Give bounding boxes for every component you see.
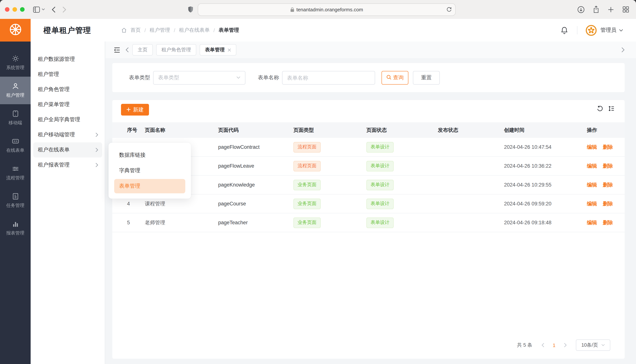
flyout-item-label: 数据库链接 xyxy=(119,152,146,158)
main-content: 主页 租户角色管理 表单管理 表单类型 表单类型 xyxy=(105,42,636,364)
header-right: 管理员 xyxy=(561,25,636,36)
breadcrumb-home[interactable]: 首页 xyxy=(130,27,141,34)
refresh-icon[interactable] xyxy=(597,105,603,112)
cell-created-time: 2024-04-26 09:59:20 xyxy=(504,201,587,206)
submenu-item-menu[interactable]: 租户菜单管理 xyxy=(33,97,102,112)
submenu-item-label: 租户数据源管理 xyxy=(38,56,75,63)
forward-button[interactable] xyxy=(62,6,66,13)
next-page-icon[interactable] xyxy=(564,343,567,348)
submenu-item-label: 租户管理 xyxy=(38,71,59,78)
table-row: 5 老师管理 pageTeacher 业务页面 表单设计 2024-04-26 … xyxy=(112,213,625,232)
mobile-icon xyxy=(12,110,19,118)
sidebar-item-system[interactable]: 系统管理 xyxy=(0,49,31,77)
sidebar-item-mobile[interactable]: 移动端 xyxy=(0,104,31,132)
edit-link[interactable]: 编辑 xyxy=(587,144,597,150)
plus-icon xyxy=(126,107,131,113)
form-name-input[interactable] xyxy=(282,71,375,84)
sidebar-item-workflow[interactable]: 流程管理 xyxy=(0,159,31,187)
edit-link[interactable]: 编辑 xyxy=(587,182,597,188)
app-header: 橙单租户管理 首页 / 租户管理 / 租户在线表单 / 表单管理 管理员 xyxy=(31,19,636,42)
avatar[interactable] xyxy=(586,25,597,36)
page-status-badge: 表单设计 xyxy=(366,180,394,190)
zoom-window-button[interactable] xyxy=(20,7,25,12)
submenu-item-role[interactable]: 租户角色管理 xyxy=(33,82,102,97)
col-header-created-time: 创建时间 xyxy=(504,127,587,134)
create-button[interactable]: 新建 xyxy=(121,104,149,116)
user-chevron-down-icon[interactable] xyxy=(619,29,623,32)
submenu-item-dict[interactable]: 租户全局字典管理 xyxy=(33,112,102,127)
sidebar-item-task[interactable]: 任务管理 xyxy=(0,187,31,214)
submenu-item-label: 租户报表管理 xyxy=(38,162,70,168)
tab-tenant-role[interactable]: 租户角色管理 xyxy=(156,44,196,56)
url-bar[interactable]: tenantadmin.orangeforms.com xyxy=(198,3,456,16)
chevron-right-icon xyxy=(95,132,98,137)
sliders-icon xyxy=(12,165,19,172)
edit-link[interactable]: 编辑 xyxy=(587,162,597,169)
share-icon[interactable] xyxy=(593,6,599,13)
collapse-menu-icon[interactable] xyxy=(114,47,120,53)
page-size-select[interactable]: 10条/页 xyxy=(576,340,610,351)
edit-link[interactable]: 编辑 xyxy=(587,200,597,207)
back-button[interactable] xyxy=(52,6,56,13)
tab-scroll-right-icon[interactable] xyxy=(621,47,625,52)
user-icon xyxy=(12,82,19,90)
cell-page-code: pageTeacher xyxy=(218,220,293,226)
sidebar-item-online-form[interactable]: 在线表单 xyxy=(0,132,31,159)
prev-page-icon[interactable] xyxy=(541,343,544,348)
submenu-item-mobile-mgmt[interactable]: 租户移动端管理 xyxy=(33,127,102,142)
safari-sidebar-icon[interactable] xyxy=(33,6,40,13)
reload-icon[interactable] xyxy=(447,7,452,12)
sidebar-item-label: 流程管理 xyxy=(6,175,24,181)
delete-link[interactable]: 删除 xyxy=(603,162,613,169)
submenu-item-online-form[interactable]: 租户在线表单 xyxy=(33,142,102,158)
minimize-window-button[interactable] xyxy=(13,7,17,12)
delete-link[interactable]: 删除 xyxy=(603,219,613,226)
flyout-item-db-link[interactable]: 数据库链接 xyxy=(114,148,185,162)
new-tab-icon[interactable] xyxy=(608,6,614,13)
close-window-button[interactable] xyxy=(5,7,10,12)
toggle-knob xyxy=(431,204,437,210)
submenu-item-datasource[interactable]: 租户数据源管理 xyxy=(33,52,102,67)
tab-close-icon[interactable] xyxy=(228,48,231,52)
privacy-shield-icon[interactable] xyxy=(188,6,193,13)
tab-home[interactable]: 主页 xyxy=(132,44,153,56)
current-page[interactable]: 1 xyxy=(553,342,555,348)
sidebar-item-tenant[interactable]: 租户管理 xyxy=(0,77,31,104)
search-button[interactable]: 查询 xyxy=(381,71,408,84)
toggle-knob xyxy=(431,186,437,192)
col-header-page-name: 页面名称 xyxy=(145,127,218,134)
sidebar-item-label: 报表管理 xyxy=(6,230,24,236)
breadcrumb-item[interactable]: 租户在线表单 xyxy=(179,27,210,34)
submenu-item-label: 租户在线表单 xyxy=(38,146,70,153)
col-header-page-status: 页面状态 xyxy=(366,127,438,134)
flyout-item-dict[interactable]: 字典管理 xyxy=(114,164,185,178)
tab-form-mgmt[interactable]: 表单管理 xyxy=(200,44,236,56)
breadcrumb-item[interactable]: 租户管理 xyxy=(150,27,170,34)
user-name[interactable]: 管理员 xyxy=(600,27,616,34)
tab-overview-icon[interactable] xyxy=(622,6,629,13)
pagination: 共 5 条 1 10条/页 xyxy=(517,340,610,351)
chevron-down-icon xyxy=(601,344,605,346)
downloads-icon[interactable] xyxy=(577,6,585,13)
chevron-down-icon xyxy=(236,76,241,79)
delete-link[interactable]: 删除 xyxy=(603,200,613,207)
reset-button[interactable]: 重置 xyxy=(413,71,440,84)
form-type-select[interactable]: 表单类型 xyxy=(153,71,245,84)
reset-button-label: 重置 xyxy=(421,74,432,81)
notification-bell-icon[interactable] xyxy=(561,26,568,34)
delete-link[interactable]: 删除 xyxy=(603,182,613,188)
lock-icon xyxy=(290,7,294,12)
cell-page-name: 课程管理 xyxy=(145,200,218,207)
submenu-item-tenant[interactable]: 租户管理 xyxy=(33,67,102,82)
sidebar-item-report[interactable]: 报表管理 xyxy=(0,214,31,242)
flyout-item-form-mgmt[interactable]: 表单管理 xyxy=(114,179,185,193)
edit-link[interactable]: 编辑 xyxy=(587,219,597,226)
tab-label: 租户角色管理 xyxy=(161,46,191,53)
sidebar-chevron-down-icon[interactable] xyxy=(42,8,45,10)
app-logo[interactable] xyxy=(0,19,31,42)
page-status-badge: 表单设计 xyxy=(366,198,394,209)
row-density-icon[interactable] xyxy=(608,105,614,112)
submenu-item-report-mgmt[interactable]: 租户报表管理 xyxy=(33,158,102,172)
tab-scroll-left-icon[interactable] xyxy=(126,47,129,52)
delete-link[interactable]: 删除 xyxy=(603,144,613,150)
